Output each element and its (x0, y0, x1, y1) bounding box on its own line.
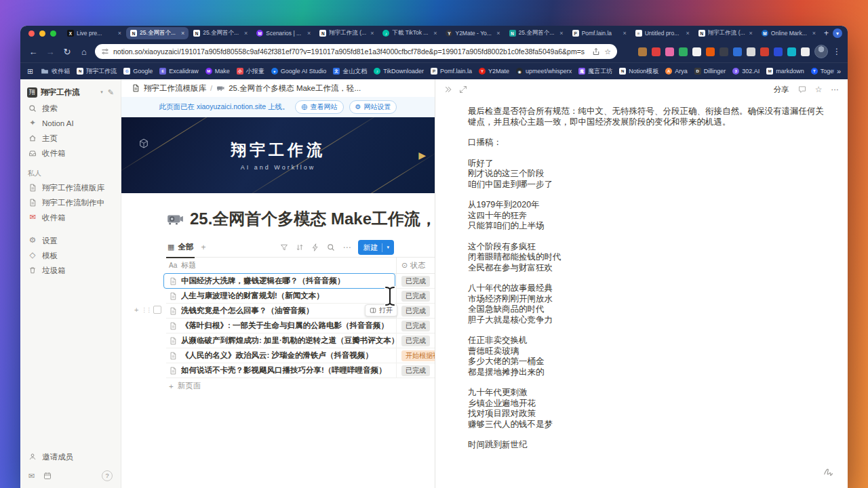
sidebar-item-设置[interactable]: ⚙设置 (20, 233, 121, 248)
apps-grid-icon[interactable]: ⊞ (27, 67, 33, 76)
tab-close-icon[interactable]: × (433, 30, 437, 37)
tab-close-icon[interactable]: × (181, 30, 184, 37)
table-row[interactable]: 《人民的名义》政治风云: 沙瑞金的滑铁卢（抖音视频）开始根据视频 (166, 348, 435, 363)
profile-avatar[interactable] (814, 45, 828, 58)
close-peek-icon[interactable] (444, 85, 452, 94)
back-button[interactable]: ← (27, 47, 39, 57)
sidebar-item-翔宇工作流制作中[interactable]: 翔宇工作流制作中 (20, 195, 121, 210)
row-status-cell[interactable]: 已完成 (396, 274, 435, 288)
extension-icon[interactable] (652, 47, 660, 56)
paragraph[interactable]: 从1979年到2020年这四十年的狂奔只能算咱们的上半场 (468, 200, 825, 232)
row-status-cell[interactable]: 开始根据视频 (396, 348, 435, 363)
page-cover[interactable]: 翔宇工作流 AI and Workflow ▶ (121, 117, 435, 193)
sidebar-item-搜索[interactable]: 搜索 (20, 101, 121, 116)
bookmark-item[interactable]: ◉upmeet/whisperx (513, 68, 575, 75)
table-row[interactable]: 中国经济大洗牌，赚钱逻辑在哪？（抖音音频）已完成 (166, 274, 435, 289)
tab-close-icon[interactable]: × (559, 30, 563, 37)
sidebar-item-Notion AI[interactable]: ✦Notion AI (20, 116, 121, 131)
paragraph[interactable]: 最后检查是否符合所有规范：纯中文、无特殊符号、分段正确、衔接自然。确保没有遗漏任… (468, 106, 825, 127)
row-title-cell[interactable]: 《人民的名义》政治风云: 沙瑞金的滑铁卢（抖音视频） (166, 348, 396, 363)
bookmark-item[interactable]: AArya (662, 68, 691, 75)
paragraph[interactable]: 听好了刚才说的这三个阶段咱们中国走到哪一步了 (468, 159, 825, 190)
play-button-icon[interactable]: ▶ (418, 150, 426, 161)
bookmark-item[interactable]: 小小报童 (233, 67, 268, 76)
bookmark-star-icon[interactable]: ☆ (604, 47, 611, 56)
bookmark-item[interactable]: PPomf.lain.la (427, 68, 475, 75)
extension-icon[interactable] (787, 47, 796, 56)
mail-icon[interactable]: ✉ (28, 472, 35, 480)
tab-close-icon[interactable]: × (307, 30, 311, 37)
browser-tab[interactable]: ♪下載 TikTok ...× (378, 27, 441, 39)
open-in-peek-button[interactable]: 打开 (365, 304, 397, 317)
row-status-cell[interactable]: 已完成 (396, 289, 435, 303)
paragraph[interactable]: 时间跳到新世纪 (468, 440, 825, 451)
share-button[interactable]: 分享 (774, 85, 789, 95)
paragraph[interactable]: 八十年代的故事最经典市场经济刚刚开闸放水全国急缺商品的时代胆子大就是核心竞争力 (468, 283, 825, 325)
sidebar-item-垃圾箱[interactable]: 垃圾箱 (20, 263, 121, 278)
extension-icon[interactable] (774, 47, 783, 56)
notion-ai-button[interactable] (823, 466, 835, 477)
browser-tab[interactable]: N翔宇工作流 (...× (694, 27, 757, 39)
extension-icon[interactable] (679, 47, 688, 56)
extension-icon[interactable] (706, 47, 715, 56)
drag-handle-icon[interactable]: ⋮⋮ (141, 307, 151, 313)
row-status-cell[interactable]: 已完成 (396, 304, 435, 318)
extension-icon[interactable] (638, 47, 647, 56)
peek-menu-icon[interactable]: ⋯ (831, 85, 840, 94)
workspace-switcher[interactable]: 翔 翔宇工作流 ▾ ✎ (20, 83, 121, 101)
bookmark-item[interactable]: ✦Google AI Studio (268, 68, 330, 75)
browser-tab[interactable]: N25.全网首个...× (505, 27, 568, 39)
extension-icon[interactable] (801, 47, 810, 56)
row-title-cell[interactable]: 如何说话不卡壳？影视飓风口播技巧分享!（哔哩哔哩音频） (166, 363, 396, 378)
bookmark-item[interactable]: GGoogle (120, 68, 156, 75)
tab-close-icon[interactable]: × (812, 30, 816, 37)
breadcrumb-current[interactable]: 25.全网首个多模态 Make工作流，轻... (229, 83, 361, 94)
row-title-cell[interactable]: 《落叶归根》: 一部关于生命与归属的公路电影（抖音音频） (166, 319, 396, 333)
table-row[interactable]: 人生与康波理论的财富规划!（新闻文本）已完成 (166, 289, 435, 304)
new-row-button[interactable]: + 新页面 (166, 378, 435, 394)
favorite-star-icon[interactable]: ☆ (815, 85, 823, 94)
tab-close-icon[interactable]: × (370, 30, 374, 37)
browser-menu-icon[interactable]: ⋮ (833, 47, 841, 56)
sidebar-item-模板[interactable]: ◇模板 (20, 248, 121, 263)
sort-icon[interactable] (296, 243, 304, 251)
add-row-icon[interactable]: + (134, 306, 138, 314)
tab-close-icon[interactable]: × (623, 30, 626, 37)
extension-icon[interactable] (747, 47, 755, 56)
site-info-icon[interactable] (101, 47, 109, 56)
share-page-icon[interactable] (592, 47, 600, 56)
bookmark-item[interactable]: DDillinger (691, 68, 730, 75)
view-options-icon[interactable]: ⋯ (342, 243, 351, 252)
bookmark-item[interactable]: Mmarkdown (763, 68, 808, 75)
bookmark-item[interactable]: MMake (202, 68, 233, 75)
extension-icon[interactable] (692, 47, 701, 56)
table-row[interactable]: 如何说话不卡壳？影视飓风口播技巧分享!（哔哩哔哩音频）已完成 (166, 363, 435, 378)
paragraph[interactable]: 这个阶段有多疯狂闭着眼睛都能捡钱的时代全民都在参与财富狂欢 (468, 242, 825, 274)
home-button[interactable]: ⌂ (78, 47, 90, 57)
paragraph[interactable]: 九十年代更刺激乡镇企业遍地开花找对项目跟对政策赚够三代人的钱不是梦 (468, 388, 825, 430)
tab-close-icon[interactable]: × (686, 30, 690, 37)
extension-icon[interactable] (665, 47, 674, 56)
table-row[interactable]: 从濒临破产到辉煌成功: 加里·凯勒的逆转之道（豆瓣书评文本）已完成 (166, 333, 435, 348)
reload-button[interactable]: ↻ (61, 47, 73, 57)
page-emoji-icon[interactable] (166, 210, 184, 228)
peek-content[interactable]: 最后检查是否符合所有规范：纯中文、无特殊符号、分段正确、衔接自然。确保没有遗漏任… (435, 100, 848, 488)
bookmark-item[interactable]: EExcalidraw (156, 68, 202, 75)
column-status[interactable]: ⊙ 状态 (396, 258, 435, 273)
sidebar-item-翔宇工作流模版库[interactable]: 翔宇工作流模版库 (20, 180, 121, 195)
row-status-cell[interactable]: 已完成 (396, 363, 435, 378)
sidebar-item-收件箱[interactable]: ✉收件箱 (20, 210, 121, 225)
browser-tab[interactable]: MScenarios | ...× (252, 27, 315, 39)
column-title[interactable]: Aa 标题 (166, 260, 396, 270)
comments-icon[interactable] (798, 85, 806, 94)
paragraph[interactable]: 口播稿： (468, 138, 825, 148)
sidebar-item-收件箱[interactable]: 收件箱 (20, 146, 121, 161)
tab-search-button[interactable]: ▾ (833, 28, 842, 38)
bookmark-item[interactable]: YY2Mate (475, 68, 513, 75)
zoom-window-button[interactable] (50, 30, 56, 37)
browser-tab[interactable]: ≡Untitled pro...× (631, 27, 694, 39)
extension-icon[interactable] (760, 47, 769, 56)
row-title-cell[interactable]: 中国经济大洗牌，赚钱逻辑在哪？（抖音音频） (166, 274, 396, 288)
minimize-window-button[interactable] (39, 30, 45, 37)
browser-tab[interactable]: PPomf.lain.la× (568, 27, 631, 39)
